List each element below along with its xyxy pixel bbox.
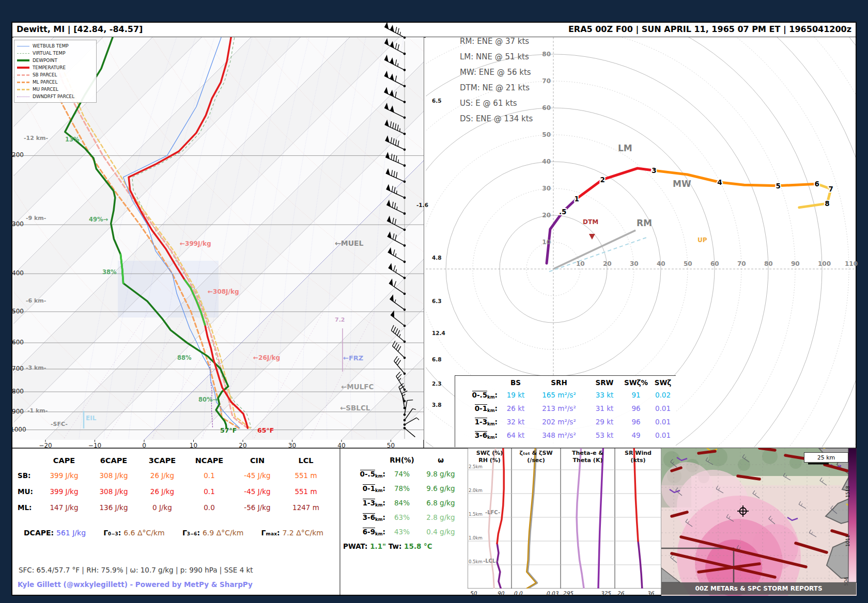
- mini-panel-title: Theta-e &: [572, 450, 603, 456]
- skewt-legend: WETBULB TEMPVIRTUAL TEMPDEWPOINTTEMPERAT…: [14, 40, 97, 103]
- mini-panel-xtick: 295: [563, 591, 573, 596]
- srh-column-header: SRW: [586, 376, 623, 388]
- mini-panel-subtitle: (/sec): [527, 457, 545, 463]
- legend-item-label: MU PARCEL: [33, 87, 58, 92]
- thermo-column-header: NCAPE: [186, 453, 233, 468]
- mini-panel-title: SWζ (%): [476, 450, 503, 456]
- srh-value-cell: 31 kt: [586, 402, 623, 415]
- lapse-7-2-label: 7.2: [335, 317, 345, 323]
- thermo-value-cell: 399 J/kg: [39, 468, 89, 484]
- hodo-height-marker: 3: [652, 166, 656, 174]
- pwat-row: PWAT: 1.1" Tw: 15.8 °C: [343, 542, 432, 550]
- mini-panel-xtick: 0.0: [514, 591, 522, 596]
- thermo-value-cell: 1247 m: [282, 500, 330, 516]
- mini-panel-subtitle: (kts): [630, 457, 645, 463]
- thermo-value-cell: 0.1: [186, 468, 233, 484]
- srh-value-cell: 32 kt: [500, 415, 532, 429]
- legend-item-label: TEMPERATURE: [33, 65, 66, 70]
- hodo-height-marker: .5: [559, 208, 567, 216]
- srh-value-cell: 0.01: [649, 402, 676, 415]
- thermo-value-cell: 308 J/kg: [89, 484, 138, 500]
- hodo-info-line: LM: NNE @ 51 kts: [460, 53, 529, 61]
- thermodynamics-table: CAPE6CAPE3CAPENCAPECINLCLSB:399 J/kg308 …: [14, 453, 341, 516]
- hodo-ring-label-v: 80: [537, 51, 551, 57]
- colorbar-tick-label: 1011: [846, 535, 850, 547]
- thermo-row-label: SB:: [14, 468, 39, 484]
- mw-label: MW: [673, 180, 691, 188]
- lapse-bar-value: 3.8: [432, 402, 442, 408]
- legend-line-swatch-icon: [17, 46, 29, 46]
- hodo-info-line: DTM: NE @ 21 kts: [460, 84, 530, 92]
- legend-item-label: VIRTUAL TEMP: [33, 51, 65, 56]
- hodo-ring-label-v: 10: [537, 239, 551, 245]
- thermo-value-cell: 136 J/kg: [89, 500, 138, 516]
- mini-panel-1: [512, 448, 561, 589]
- mini-panel-title: ζₜₒₜ & ζSW: [519, 450, 552, 456]
- legend-item: TEMPERATURE: [17, 64, 94, 71]
- legend-item: VIRTUAL TEMP: [17, 50, 94, 57]
- rm-label: RM: [637, 219, 652, 228]
- legend-line-swatch-icon: [17, 74, 29, 76]
- rh-percent-label: 49%→: [89, 217, 108, 223]
- lm-label: LM: [618, 144, 632, 153]
- thermo-column-header: 6CAPE: [89, 453, 138, 468]
- hodo-ring-label-v: 60: [537, 105, 551, 111]
- hodo-ring-label-h: 60: [710, 261, 719, 267]
- pressure-tick-label: 700: [10, 366, 24, 372]
- thermo-value-cell: 147 J/kg: [39, 500, 89, 516]
- pressure-tick-label: 500: [10, 308, 24, 314]
- pressure-tick-label: 400: [10, 270, 24, 276]
- legend-line-swatch-icon: [17, 89, 29, 90]
- rh-percent-label: 80%→: [198, 397, 218, 403]
- legend-item: ML PARCEL: [17, 78, 94, 86]
- mini-panel-xtick: 90: [497, 591, 504, 596]
- mini-panel-km-label: 0.5km: [469, 560, 483, 564]
- height-km-label: -9 km-: [26, 215, 46, 221]
- legend-line-swatch-icon: [17, 67, 29, 69]
- hodo-height-marker: 4: [717, 178, 722, 186]
- srh-column-header: BS: [500, 376, 532, 388]
- srh-value-cell: 33 kt: [586, 388, 623, 402]
- srh-value-cell: 64 kt: [500, 429, 532, 442]
- temp-tick-label: 50: [387, 442, 395, 449]
- thermo-column-header: CAPE: [39, 453, 89, 468]
- level-annotation: ←FRZ: [343, 355, 363, 361]
- lapse-bar-value: 12.4: [432, 330, 445, 336]
- hodo-ring-label-h: 20: [603, 261, 612, 267]
- lapse-bar-value: 6.3: [432, 298, 442, 304]
- thermo-column-header: 3CAPE: [138, 453, 186, 468]
- rh-column-header: ω: [419, 453, 463, 467]
- rh-cell: 0-.5km:: [343, 467, 385, 481]
- thermo-value-cell: 551 m: [282, 484, 330, 500]
- tw-label: Tw:: [389, 542, 404, 550]
- level-annotation: ←MULFC: [341, 384, 374, 391]
- lapse-bar-value: 2.3: [432, 381, 442, 387]
- pressure-tick-label: 600: [10, 339, 24, 345]
- mini-panel-km-label: 2.0km: [469, 488, 483, 493]
- srh-value-cell: 29 kt: [586, 415, 623, 429]
- legend-item: WETBULB TEMP: [17, 42, 94, 50]
- thermo-value-cell: -56 J/kg: [233, 500, 282, 516]
- rh-cell: 84%: [385, 496, 419, 510]
- dcape-pair: Γₘₐₓ: 7.2 Δ°C/km: [261, 529, 323, 537]
- rh-table-row: 3-6km:63%2.8 g/kg: [343, 510, 465, 525]
- hodo-height-marker: 8: [825, 199, 829, 208]
- height-km-label: -6 km-: [26, 298, 46, 304]
- rh-cell: 9.6 g/kg: [419, 481, 463, 496]
- srh-value-cell: 49: [623, 429, 649, 442]
- hodo-height-marker: 2: [600, 176, 605, 184]
- mini-panel-xtick: 50: [470, 591, 476, 596]
- legend-item-label: DEWPOINT: [33, 58, 57, 63]
- hodo-ring-label-v: 70: [537, 78, 551, 84]
- hodo-height-marker: 6: [814, 180, 819, 188]
- cape-annotation: ←26J/kg: [253, 355, 280, 361]
- dcape-pair: Γ₀₋₃: 6.6 Δ°C/km: [103, 529, 165, 537]
- legend-item-label: WETBULB TEMP: [33, 43, 69, 49]
- mini-panel-km-label: 1.0km: [469, 536, 483, 541]
- thermo-value-cell: 26 J/kg: [138, 484, 186, 500]
- hodo-info-line: DS: ENE @ 134 kts: [460, 115, 533, 123]
- srh-value-cell: 26 kt: [500, 402, 532, 415]
- temp-tick-label: 20: [239, 442, 246, 449]
- srh-row-label: 3-6km:: [455, 429, 500, 442]
- srh-value-cell: 53 kt: [586, 429, 623, 442]
